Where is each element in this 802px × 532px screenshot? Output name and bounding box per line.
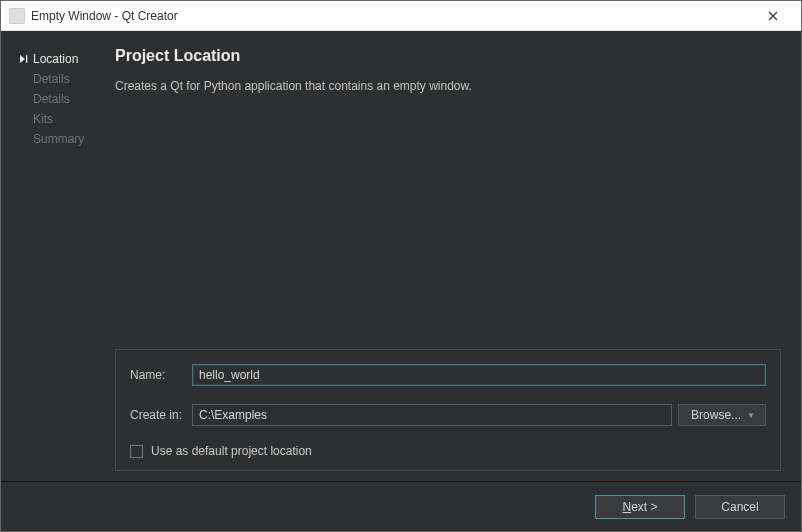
wizard-window: Empty Window - Qt Creator Location Detai… [0, 0, 802, 532]
close-icon [768, 11, 778, 21]
steps-sidebar: Location Details Details Kits Summary [1, 31, 111, 481]
default-location-label: Use as default project location [151, 444, 312, 458]
main-panel: Project Location Creates a Qt for Python… [111, 31, 801, 481]
row-create-in: Create in: Browse... ▼ [130, 404, 766, 426]
step-arrow-icon [19, 54, 33, 64]
name-input[interactable] [192, 364, 766, 386]
step-location: Location [19, 49, 101, 69]
step-summary: Summary [19, 129, 101, 149]
row-name: Name: [130, 364, 766, 386]
step-label: Kits [33, 112, 53, 126]
step-label: Summary [33, 132, 84, 146]
step-kits: Kits [19, 109, 101, 129]
close-button[interactable] [753, 2, 793, 30]
browse-button[interactable]: Browse... ▼ [678, 404, 766, 426]
cancel-button[interactable]: Cancel [695, 495, 785, 519]
step-label: Details [33, 72, 70, 86]
browse-label: Browse... [691, 408, 741, 422]
default-location-checkbox[interactable] [130, 445, 143, 458]
wizard-content: Location Details Details Kits Summary [1, 31, 801, 481]
row-default-location: Use as default project location [130, 444, 766, 458]
step-label: Details [33, 92, 70, 106]
chevron-down-icon: ▼ [747, 411, 755, 420]
next-button[interactable]: Next > [595, 495, 685, 519]
wizard-body: Location Details Details Kits Summary [1, 31, 801, 531]
svg-rect-0 [26, 55, 27, 63]
step-details-2: Details [19, 89, 101, 109]
page-title: Project Location [115, 47, 781, 65]
titlebar: Empty Window - Qt Creator [1, 1, 801, 31]
form-group: Name: Create in: Browse... ▼ Use as def [115, 349, 781, 471]
createin-label: Create in: [130, 408, 192, 422]
page-description: Creates a Qt for Python application that… [115, 79, 781, 93]
name-label: Name: [130, 368, 192, 382]
window-title: Empty Window - Qt Creator [31, 9, 178, 23]
step-details-1: Details [19, 69, 101, 89]
app-icon [9, 8, 25, 24]
wizard-footer: Next > Cancel [1, 481, 801, 531]
step-label: Location [33, 52, 78, 66]
createin-input[interactable] [192, 404, 672, 426]
